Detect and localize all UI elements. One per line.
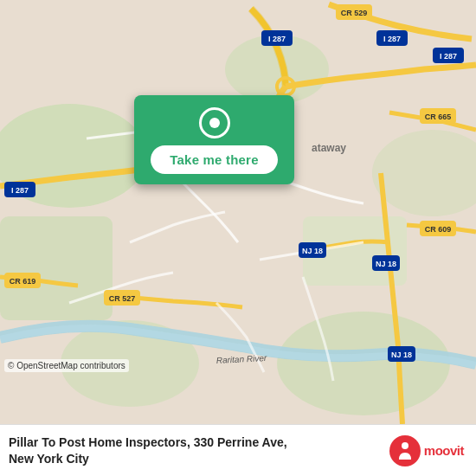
svg-text:I 287: I 287	[383, 35, 401, 43]
svg-text:CR 527: CR 527	[109, 294, 136, 303]
map-container: CR 529 I 287 I 287 I 287 I 287 I 28 CR 6…	[0, 0, 476, 424]
location-description: Pillar To Post Home Inspectors, 330 Perr…	[9, 434, 389, 466]
svg-text:CR 609: CR 609	[425, 225, 452, 234]
moovit-logo-icon	[389, 435, 421, 466]
map-copyright: © OpenStreetMap contributors	[4, 359, 129, 372]
location-popup: Take me there	[134, 95, 294, 184]
svg-point-38	[389, 435, 421, 466]
svg-text:I 287: I 287	[11, 186, 29, 195]
svg-text:NJ 18: NJ 18	[391, 351, 412, 359]
moovit-brand-label: moovit	[424, 443, 464, 458]
svg-text:CR 619: CR 619	[10, 277, 36, 286]
bottom-info-bar: Pillar To Post Home Inspectors, 330 Perr…	[0, 424, 476, 476]
moovit-logo: moovit	[389, 435, 464, 466]
svg-point-3	[277, 312, 450, 415]
take-me-there-button[interactable]: Take me there	[151, 145, 277, 174]
svg-text:CR 529: CR 529	[341, 9, 368, 17]
svg-text:ataway: ataway	[312, 142, 346, 154]
svg-text:I 287: I 287	[440, 52, 457, 61]
svg-rect-2	[0, 216, 113, 320]
location-title-line1: Pillar To Post Home Inspectors, 330 Perr…	[9, 434, 389, 450]
svg-text:NJ 18: NJ 18	[302, 247, 323, 255]
location-title-line2: New York City	[9, 451, 389, 466]
svg-text:CR 665: CR 665	[425, 113, 452, 121]
svg-point-39	[402, 442, 408, 449]
svg-text:I 287: I 287	[268, 35, 286, 43]
svg-text:NJ 18: NJ 18	[376, 260, 396, 268]
location-pin-icon	[199, 107, 230, 138]
